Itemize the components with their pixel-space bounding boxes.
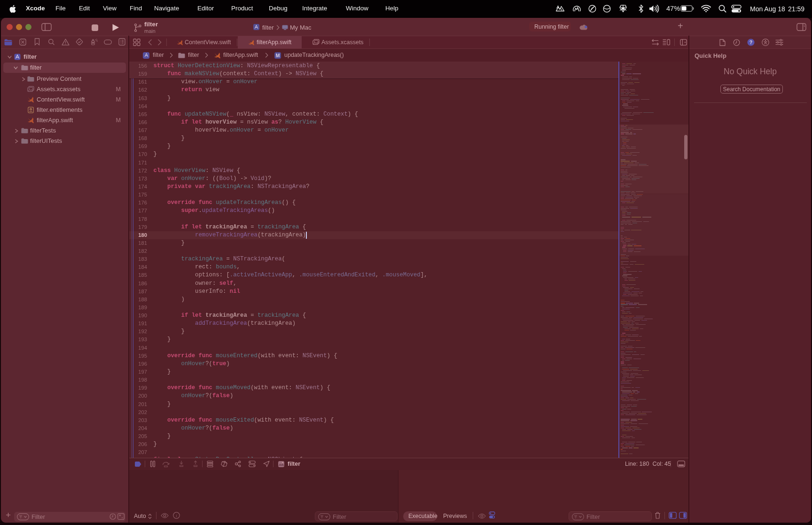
svg-text:i: i — [176, 513, 177, 518]
svg-text:?: ? — [750, 39, 752, 45]
